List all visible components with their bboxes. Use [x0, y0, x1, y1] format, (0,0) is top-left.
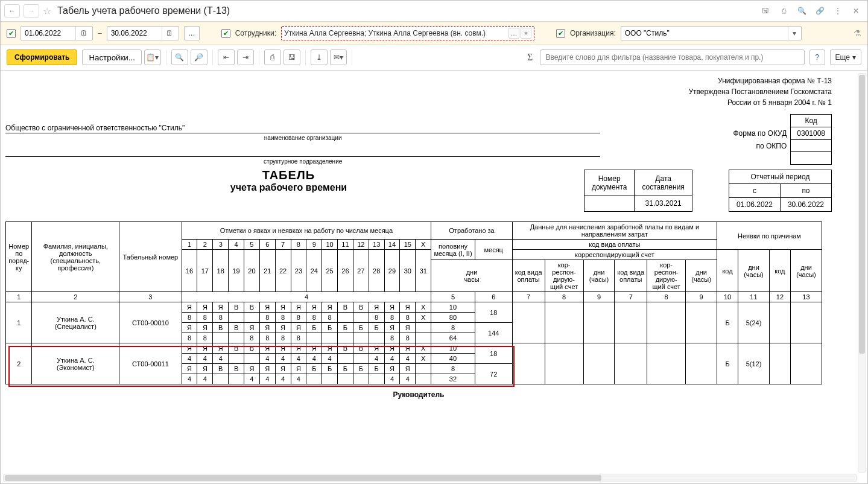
- doc-number-table: Номердокумента Датасоставления 31.03.202…: [584, 170, 692, 212]
- doc-number: [584, 196, 635, 211]
- favorite-star-icon[interactable]: ☆: [43, 5, 51, 17]
- doc-title-sub: учета рабочего времени: [5, 182, 572, 193]
- org-label: Организация:: [570, 29, 616, 37]
- employees-label: Сотрудники:: [235, 29, 276, 37]
- org-input[interactable]: ▾: [621, 26, 802, 40]
- scroll-thumb[interactable]: [859, 75, 865, 354]
- print-icon[interactable]: ⎙: [777, 4, 790, 18]
- chevron-down-icon: ▾: [852, 53, 856, 62]
- meta-label: составления: [642, 183, 684, 191]
- text-filter-field[interactable]: [544, 53, 800, 62]
- okpo-code: [791, 140, 832, 152]
- doc-title-main: ТАБЕЛЬ: [5, 168, 572, 182]
- date-separator: –: [98, 29, 102, 37]
- doc-footer: Руководитель: [5, 390, 832, 399]
- meta-label: Дата: [655, 174, 671, 183]
- org-caption: наименование организации: [5, 135, 600, 141]
- preview-icon[interactable]: 🔍: [795, 4, 808, 18]
- calendar-icon[interactable]: 🗓: [162, 27, 177, 40]
- code-label: Код: [791, 115, 832, 127]
- toolbar: Сформировать Настройки... 📋▾ 🔍 🔎 ⇤ ⇥ ⎙ 🖫…: [1, 45, 867, 71]
- date-to-field[interactable]: [107, 29, 162, 37]
- codes-box: Код Форма по ОКУД0301008 по ОКПО: [727, 114, 832, 165]
- form-header-line: Унифицированная форма № Т-13: [5, 75, 832, 86]
- doc-date: 31.03.2021: [635, 196, 692, 211]
- vertical-scrollbar[interactable]: [858, 73, 866, 473]
- settings-button[interactable]: Настройки...: [82, 49, 141, 65]
- org-field[interactable]: [621, 29, 788, 37]
- period-to-label: по: [780, 184, 831, 198]
- more-menu-button[interactable]: Еще ▾: [830, 49, 861, 65]
- meta-tables: Номердокумента Датасоставления 31.03.202…: [572, 170, 832, 212]
- calendar-icon[interactable]: 🗓: [75, 27, 91, 40]
- employees-clear-button[interactable]: ×: [521, 28, 531, 39]
- employees-filter-checkbox[interactable]: ✔: [221, 29, 230, 38]
- scroll-thumb[interactable]: [5, 475, 601, 481]
- org-name-text: Общество с ограниченной ответственностью…: [5, 124, 185, 132]
- period-head: Отчетный период: [729, 170, 831, 184]
- export-button[interactable]: ⤓: [311, 49, 328, 65]
- settings-paste-button[interactable]: 📋▾: [144, 49, 161, 65]
- sigma-icon: Σ: [525, 52, 535, 63]
- date-from-input[interactable]: 🗓: [21, 26, 93, 40]
- document-scroll[interactable]: Унифицированная форма № Т-13 Утверждена …: [3, 73, 867, 401]
- period-to: 30.06.2022: [780, 198, 831, 212]
- email-button[interactable]: ✉▾: [330, 49, 347, 65]
- generate-button[interactable]: Сформировать: [7, 49, 77, 65]
- document-viewport: Унифицированная форма № Т-13 Утверждена …: [1, 71, 867, 483]
- org-name: Общество с ограниченной ответственностью…: [5, 124, 600, 133]
- org-filter-checkbox[interactable]: ✔: [556, 29, 565, 38]
- kebab-menu-icon[interactable]: ⋮: [831, 4, 844, 18]
- find-button[interactable]: 🔍: [171, 49, 188, 65]
- date-filter-checkbox[interactable]: ✔: [7, 29, 16, 38]
- page-title: Табель учета рабочего времени (Т-13): [57, 5, 230, 16]
- close-icon[interactable]: ✕: [849, 4, 863, 18]
- help-button[interactable]: ?: [809, 49, 825, 65]
- date-to-input[interactable]: 🗓: [107, 26, 179, 40]
- dropdown-icon[interactable]: ▾: [788, 27, 801, 40]
- nav-back-button[interactable]: ←: [4, 4, 20, 18]
- filter-bar: ✔ 🗓 – 🗓 … ✔ Сотрудники: Уткина Алла Серг…: [1, 22, 867, 45]
- employees-select-button[interactable]: …: [508, 28, 519, 39]
- find-next-button[interactable]: 🔎: [191, 49, 207, 65]
- period-from: 01.06.2022: [729, 198, 780, 212]
- link-icon[interactable]: 🔗: [813, 4, 826, 18]
- meta-label: Номер: [598, 174, 621, 183]
- form-header: Унифицированная форма № Т-13 Утверждена …: [5, 75, 832, 108]
- print-button[interactable]: ⎙: [264, 49, 281, 65]
- okud-code: 0301008: [791, 127, 832, 140]
- employees-input[interactable]: Уткина Алла Сергеевна; Уткина Алла Серге…: [281, 26, 534, 40]
- period-from-label: с: [729, 184, 780, 198]
- more-menu-label: Еще: [835, 53, 850, 62]
- form-header-line: Утверждена Постановлением Госкомстата: [5, 86, 832, 97]
- meta-label: документа: [592, 183, 627, 191]
- okud-label: Форма по ОКУД: [727, 127, 790, 140]
- report-document: Унифицированная форма № Т-13 Утверждена …: [3, 73, 834, 401]
- doc-title: ТАБЕЛЬ учета рабочего времени: [5, 168, 572, 193]
- date-from-field[interactable]: [21, 29, 75, 37]
- title-bar: ← → ☆ Табель учета рабочего времени (Т-1…: [1, 1, 867, 22]
- okpo-label: по ОКПО: [727, 140, 790, 152]
- settings-button-label: Настройки...: [89, 53, 135, 62]
- dept-caption: структурное подразделение: [5, 158, 600, 165]
- timesheet-table: Номер по поряд-куФамилия, инициалы, долж…: [5, 221, 822, 384]
- form-header-line: России от 5 января 2004 г. № 1: [5, 97, 832, 108]
- collapse-button[interactable]: ⇤: [218, 49, 235, 65]
- nav-forward-button[interactable]: →: [24, 4, 39, 18]
- employees-value: Уткина Алла Сергеевна; Уткина Алла Серге…: [284, 29, 507, 37]
- expand-button[interactable]: ⇥: [237, 49, 254, 65]
- date-picker-button[interactable]: …: [184, 26, 200, 40]
- save-as-button[interactable]: 🖫: [284, 49, 300, 65]
- dept-line: [5, 147, 600, 157]
- horizontal-scrollbar[interactable]: [3, 474, 857, 482]
- save-icon[interactable]: 🖫: [759, 4, 772, 18]
- report-period-table: Отчетный период спо 01.06.202230.06.2022: [729, 170, 832, 212]
- app-window: ← → ☆ Табель учета рабочего времени (Т-1…: [0, 0, 868, 484]
- text-filter-input[interactable]: [540, 49, 804, 65]
- filter-funnel-icon[interactable]: ⚗: [854, 28, 861, 38]
